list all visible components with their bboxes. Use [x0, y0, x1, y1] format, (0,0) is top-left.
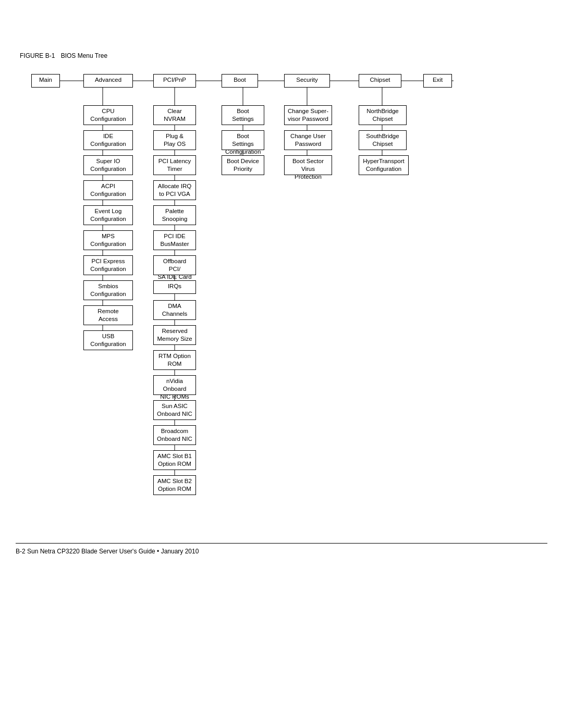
usb-config-node: USBConfiguration — [83, 330, 133, 350]
eventlog-config-node: Event LogConfiguration — [83, 205, 133, 225]
boot-sector-virus-node: Boot SectorVirus Protection — [284, 155, 332, 175]
pcinp-node: PCI/PnP — [153, 74, 196, 88]
exit-node: Exit — [423, 74, 452, 88]
boot-settings-node: BootSettings — [222, 105, 264, 125]
pci-ide-busmaster-node: PCI IDEBusMaster — [153, 230, 196, 250]
plug-play-os-node: Plug &Play OS — [153, 130, 196, 150]
dma-channels-node: DMAChannels — [153, 300, 196, 320]
amc-b2-node: AMC Slot B2Option ROM — [153, 475, 196, 495]
security-node: Security — [284, 74, 330, 88]
sun-asic-node: Sun ASICOnboard NIC — [153, 400, 196, 420]
amc-b1-node: AMC Slot B1Option ROM — [153, 450, 196, 470]
boot-settings-config-node: Boot SettingsConfiguration — [222, 130, 264, 150]
cpu-config-node: CPUConfiguration — [83, 105, 133, 125]
nvidia-onboard-node: nVidia OnboardNIC ROMs — [153, 375, 196, 395]
rtm-option-rom-node: RTM OptionROM — [153, 350, 196, 370]
smbios-config-node: SmbiosConfiguration — [83, 280, 133, 300]
change-user-node: Change UserPassword — [284, 130, 332, 150]
advanced-node: Advanced — [83, 74, 133, 88]
boot-device-priority-node: Boot DevicePriority — [222, 155, 264, 175]
irqs-node: IRQs — [153, 280, 196, 294]
southbridge-node: SouthBridgeChipset — [359, 130, 407, 150]
northbridge-node: NorthBridgeChipset — [359, 105, 407, 125]
figure-label: FIGURE B-1 — [20, 52, 55, 59]
superio-config-node: Super IOConfiguration — [83, 155, 133, 175]
main-node: Main — [31, 74, 60, 88]
palette-snooping-node: PaletteSnooping — [153, 205, 196, 225]
hypertransport-node: HyperTransportConfiguration — [359, 155, 409, 175]
broadcom-node: BroadcomOnboard NIC — [153, 425, 196, 445]
figure-title: FIGURE B-1 BIOS Menu Tree — [16, 52, 547, 59]
pciexpress-config-node: PCI ExpressConfiguration — [83, 255, 133, 275]
acpi-config-node: ACPIConfiguration — [83, 180, 133, 200]
chipset-node: Chipset — [359, 74, 401, 88]
pci-latency-node: PCI LatencyTimer — [153, 155, 196, 175]
ide-config-node: IDEConfiguration — [83, 130, 133, 150]
clear-nvram-node: ClearNVRAM — [153, 105, 196, 125]
figure-title-text: BIOS Menu Tree — [61, 52, 107, 59]
allocate-irq-node: Allocate IRQto PCI VGA — [153, 180, 196, 200]
remote-access-node: RemoteAccess — [83, 305, 133, 325]
offboard-pci-node: Offboard PCI/SA IDE Card — [153, 255, 196, 275]
boot-node: Boot — [222, 74, 258, 88]
reserved-memory-node: ReservedMemory Size — [153, 325, 196, 345]
mps-config-node: MPSConfiguration — [83, 230, 133, 250]
change-supervisor-node: Change Super-visor Password — [284, 105, 332, 125]
footer: B-2 Sun Netra CP3220 Blade Server User's… — [16, 543, 547, 555]
